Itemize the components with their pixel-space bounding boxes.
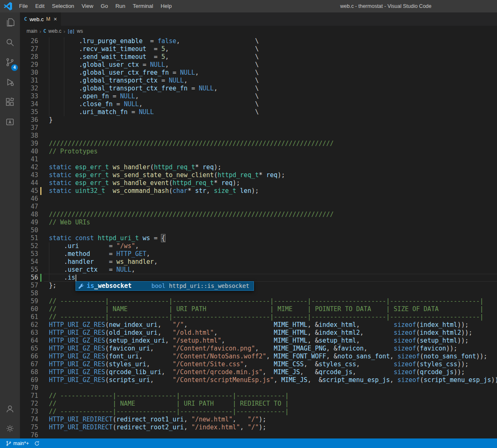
branch-status-item[interactable]: main*+ <box>4 438 31 448</box>
code-line[interactable]: 33 .open_fn = NULL, \ <box>20 93 497 100</box>
line-number[interactable]: 54 <box>20 258 38 266</box>
line-number[interactable]: 30 <box>20 69 38 77</box>
menu-terminal[interactable]: Terminal <box>129 0 157 12</box>
code-line[interactable]: 62HTTP_URI_GZ_RES(new_index_uri, "/", MI… <box>20 321 497 329</box>
account-icon[interactable] <box>0 399 20 419</box>
menu-go[interactable]: Go <box>97 0 112 12</box>
extensions-icon[interactable] <box>0 92 20 112</box>
code-line[interactable]: 27 .recv_wait_timeout = 5, \ <box>20 45 497 53</box>
line-number[interactable]: 44 <box>20 179 38 187</box>
code-line[interactable]: 46 <box>20 195 497 203</box>
code-line[interactable]: 41 <box>20 156 497 163</box>
line-number[interactable]: 66 <box>20 353 38 360</box>
code-line[interactable]: 37 <box>20 124 497 132</box>
menu-view[interactable]: View <box>78 0 97 12</box>
menu-file[interactable]: File <box>15 0 32 12</box>
breadcrumb-file[interactable]: web.c <box>49 28 61 34</box>
line-number[interactable]: 43 <box>20 171 38 179</box>
custom-extension-icon[interactable] <box>0 112 20 132</box>
line-number[interactable]: 27 <box>20 45 38 53</box>
code-line[interactable]: 45static uint32_t ws_command_hash(char* … <box>20 187 497 195</box>
code-line[interactable]: 42static esp_err_t ws_handler(httpd_req_… <box>20 163 497 171</box>
tab-web-c[interactable]: C web.c M × <box>20 12 61 26</box>
line-number[interactable]: 33 <box>20 93 38 100</box>
code-line[interactable]: 32 .global_transport_ctx_free_fn = NULL,… <box>20 85 497 93</box>
code-line[interactable]: 75HTTP_URI_REDIRECT(redirect_root2_uri, … <box>20 424 497 431</box>
line-number[interactable]: 72 <box>20 400 38 408</box>
breadcrumb-symbol[interactable]: ws <box>77 28 83 34</box>
search-icon[interactable] <box>0 32 20 52</box>
line-number[interactable]: 53 <box>20 250 38 258</box>
code-line[interactable]: 43static esp_err_t ws_send_state_to_new_… <box>20 171 497 179</box>
code-line[interactable]: 40// Prototypes <box>20 148 497 156</box>
line-number[interactable]: 67 <box>20 360 38 368</box>
tab-close-icon[interactable]: × <box>54 16 57 22</box>
line-number[interactable]: 40 <box>20 148 38 156</box>
line-number[interactable]: 74 <box>20 416 38 424</box>
run-debug-icon[interactable] <box>0 72 20 92</box>
code-line[interactable]: 70 <box>20 384 497 392</box>
settings-gear-icon[interactable] <box>0 419 20 438</box>
code-line[interactable]: 76 <box>20 431 497 438</box>
code-line[interactable]: 26 .lru_purge_enable = false, \ <box>20 37 497 45</box>
line-number[interactable]: 38 <box>20 132 38 140</box>
line-number[interactable]: 34 <box>20 100 38 108</box>
code-line[interactable]: 31 .global_transport_ctx = NULL, \ <box>20 77 497 85</box>
line-number[interactable]: 60 <box>20 305 38 313</box>
code-line[interactable]: 44static esp_err_t ws_handle_event(httpd… <box>20 179 497 187</box>
line-number[interactable]: 52 <box>20 242 38 250</box>
code-line[interactable]: 74HTTP_URI_REDIRECT(redirect_root1_uri, … <box>20 416 497 424</box>
code-line[interactable]: 38 <box>20 132 497 140</box>
source-control-icon[interactable]: 4 <box>0 52 20 72</box>
line-number[interactable]: 55 <box>20 266 38 274</box>
line-number[interactable]: 45 <box>20 187 38 195</box>
line-number[interactable]: 61 <box>20 313 38 321</box>
line-number[interactable]: 71 <box>20 392 38 400</box>
code-line[interactable]: 68HTTP_URI_GZ_RES(qrcode_lib_uri, "/Cont… <box>20 368 497 376</box>
code-line[interactable]: 48//////////////////////////////////////… <box>20 211 497 219</box>
code-line[interactable]: 53 .method = HTTP_GET, <box>20 250 497 258</box>
line-number[interactable]: 65 <box>20 345 38 353</box>
code-line[interactable]: 69HTTP_URI_GZ_RES(scripts_uri, "/Content… <box>20 376 497 384</box>
menu-selection[interactable]: Selection <box>48 0 78 12</box>
line-number[interactable]: 26 <box>20 37 38 45</box>
line-number[interactable]: 69 <box>20 376 38 384</box>
code-line[interactable]: 73// --------------|----------------|---… <box>20 408 497 416</box>
menu-edit[interactable]: Edit <box>32 0 48 12</box>
menu-help[interactable]: Help <box>157 0 175 12</box>
suggest-widget[interactable]: is_websocket bool httpd_uri::is_websocke… <box>76 281 254 291</box>
line-number[interactable]: 63 <box>20 329 38 337</box>
code-line[interactable]: 28 .send_wait_timeout = 5, \ <box>20 53 497 61</box>
menu-run[interactable]: Run <box>112 0 129 12</box>
line-number[interactable]: 68 <box>20 368 38 376</box>
code-line[interactable]: 50 <box>20 226 497 234</box>
line-number[interactable]: 56 <box>20 274 38 282</box>
code-line[interactable]: 65HTTP_URI_GZ_RES(favicon_uri, "/Content… <box>20 345 497 353</box>
breadcrumb-folder[interactable]: main <box>27 28 37 34</box>
line-number[interactable]: 42 <box>20 163 38 171</box>
line-number[interactable]: 73 <box>20 408 38 416</box>
line-number[interactable]: 59 <box>20 297 38 305</box>
line-number[interactable]: 36 <box>20 116 38 124</box>
code-line[interactable]: 36} <box>20 116 497 124</box>
code-line[interactable]: 66HTTP_URI_GZ_RES(font_uri, "/Content/No… <box>20 353 497 360</box>
line-number[interactable]: 41 <box>20 156 38 163</box>
line-number[interactable]: 47 <box>20 203 38 211</box>
sync-status-item[interactable] <box>32 438 41 448</box>
code-line[interactable]: 63HTTP_URI_GZ_RES(old_index_uri, "/old.h… <box>20 329 497 337</box>
code-line[interactable]: 52 .uri = "/ws", <box>20 242 497 250</box>
code-line[interactable]: 71// --------------|----------------|---… <box>20 392 497 400</box>
code-line[interactable]: 56 .is <box>20 274 497 282</box>
code-line[interactable]: 67HTTP_URI_GZ_RES(styles_uri, "/Content/… <box>20 360 497 368</box>
code-line[interactable]: 34 .close_fn = NULL, \ <box>20 100 497 108</box>
line-number[interactable]: 50 <box>20 226 38 234</box>
code-line[interactable]: 59// ------------|----------------|-----… <box>20 297 497 305</box>
line-number[interactable]: 62 <box>20 321 38 329</box>
line-number[interactable]: 51 <box>20 234 38 242</box>
code-line[interactable]: 55 .user_ctx = NULL, <box>20 266 497 274</box>
line-number[interactable]: 28 <box>20 53 38 61</box>
code-line[interactable]: 51static const httpd_uri_t ws = { <box>20 234 497 242</box>
line-number[interactable]: 75 <box>20 424 38 431</box>
line-number[interactable]: 57 <box>20 282 38 290</box>
line-number[interactable]: 32 <box>20 85 38 93</box>
